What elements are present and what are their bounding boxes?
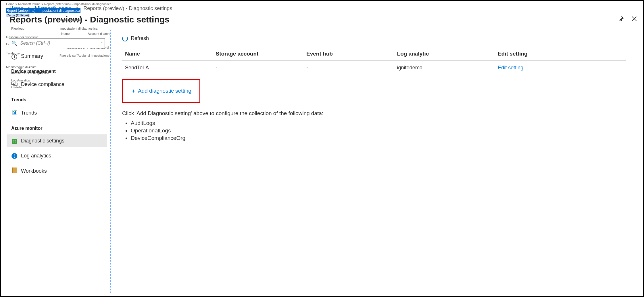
sidebar-item-label: Device compliance [21, 81, 64, 87]
col-log-analytic: Log analytic [394, 47, 495, 61]
sidebar-item-log-analytics[interactable]: ⋮ Log analytics [7, 149, 107, 162]
sidebar-section-azure-monitor: Azure monitor [7, 120, 107, 133]
search-box[interactable]: 🔍 « [9, 38, 105, 48]
edit-setting-link[interactable]: Edit setting [495, 61, 626, 75]
data-list: AuditLogs OperationalLogs DeviceComplian… [131, 120, 626, 141]
col-name: Name [122, 47, 213, 61]
sidebar-item-summary[interactable]: i Summary [7, 50, 107, 63]
ghost-breadcrumb: Home > Microsoft Intune > Report (antepr… [6, 2, 112, 6]
add-diagnostic-label: Add diagnostic setting [138, 88, 191, 94]
trends-icon [11, 109, 18, 117]
add-diagnostic-setting-button[interactable]: ＋ Add diagnostic setting [128, 85, 194, 96]
svg-rect-4 [13, 113, 14, 114]
sidebar-item-workbooks[interactable]: Workbooks [7, 164, 107, 178]
close-icon[interactable] [631, 16, 637, 24]
sidebar-item-label: Trends [21, 110, 37, 116]
cell-log-analytic: ignitedemo [394, 61, 495, 75]
svg-rect-2 [11, 82, 15, 84]
refresh-icon [122, 36, 128, 41]
col-edit: Edit setting [495, 47, 626, 61]
svg-rect-5 [14, 112, 15, 114]
hint-text: Click 'Add Diagnostic setting' above to … [122, 110, 626, 117]
collapse-icon[interactable]: « [101, 40, 103, 44]
ghost-title-highlight: Report (anteprima) - Impostazioni di dia… [6, 8, 80, 13]
col-storage: Storage account [213, 47, 304, 61]
add-diagnostic-highlight: ＋ Add diagnostic setting [122, 79, 200, 103]
sidebar-section-device-mgmt: Device management [7, 63, 107, 76]
sidebar-item-trends[interactable]: Trends [7, 106, 107, 120]
cell-hub: - [303, 61, 394, 75]
search-input[interactable] [20, 40, 105, 46]
svg-rect-6 [15, 111, 16, 114]
pin-icon[interactable] [618, 16, 624, 24]
sidebar-item-device-compliance[interactable]: Device compliance [7, 77, 107, 92]
info-icon: i [11, 53, 18, 60]
cell-name: SendToLA [122, 61, 213, 75]
device-compliance-icon [11, 81, 18, 88]
page-title: Reports (preview) - Diagnostic settings [9, 15, 170, 24]
main-content: Refresh Name Storage account Event hub L… [110, 30, 637, 293]
refresh-button[interactable]: Refresh [122, 35, 626, 41]
list-item: DeviceComplianceOrg [131, 135, 626, 141]
svg-rect-3 [14, 83, 17, 85]
log-analytics-icon: ⋮ [11, 153, 18, 159]
sidebar-section-trends: Trends [7, 92, 107, 104]
col-hub: Event hub [303, 47, 394, 61]
plus-icon: ＋ [131, 87, 136, 95]
refresh-label: Refresh [131, 35, 149, 41]
ghost-refresh: Aggiornamento [59, 18, 81, 22]
diagnostic-settings-table: Name Storage account Event hub Log analy… [122, 47, 626, 75]
sidebar-item-label: Workbooks [21, 168, 47, 174]
table-row: SendToLA - - ignitedemo Edit setting [122, 61, 626, 75]
breadcrumb-current: Reports (preview) - Diagnostic settings [83, 5, 172, 11]
list-item: OperationalLogs [131, 127, 626, 134]
search-icon: 🔍 [11, 41, 17, 46]
list-item: AuditLogs [131, 120, 626, 126]
workbooks-icon [11, 167, 18, 175]
sidebar: 🔍 « i Summary Device management Device c… [7, 30, 107, 293]
cell-storage: - [213, 61, 304, 75]
sidebar-item-label: Diagnostic settings [21, 138, 64, 144]
diagnostic-icon: ⬚ [11, 138, 18, 144]
ghost-search-hint: Cerca (CTRL+/) [6, 14, 30, 17]
sidebar-item-label: Summary [21, 53, 43, 59]
sidebar-item-diagnostic-settings[interactable]: ⬚ Diagnostic settings [7, 134, 107, 148]
sidebar-item-label: Log analytics [21, 153, 51, 159]
